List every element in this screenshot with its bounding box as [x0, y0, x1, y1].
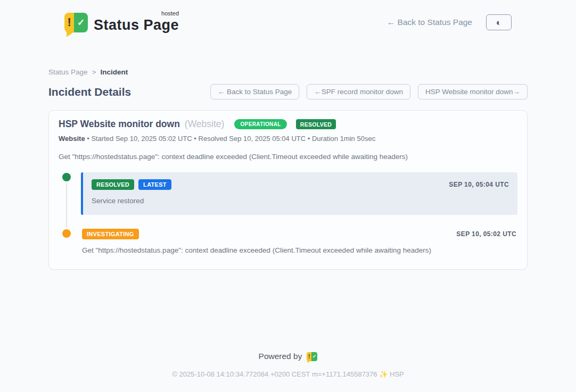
check-icon: ✓: [311, 352, 318, 361]
back-to-status-page-button[interactable]: ← Back to Status Page: [210, 84, 300, 99]
prev-incident-button[interactable]: ←SPF record monitor down: [307, 84, 410, 99]
resolved-state-badge: RESOLVED: [296, 119, 336, 130]
timeline-entry-highlight-box: RESOLVED LATEST SEP 10, 05:04 UTC Servic…: [81, 172, 517, 215]
main-content: Status Page > Incident Incident Details …: [48, 68, 528, 270]
breadcrumb-status-page[interactable]: Status Page: [48, 68, 88, 76]
operational-status-badge: OPERATIONAL: [234, 119, 286, 129]
incident-meta-times: • Started Sep 10, 2025 05:02 UTC • Resol…: [87, 135, 375, 143]
timeline-entry-resolved: RESOLVED LATEST SEP 10, 05:04 UTC Servic…: [81, 172, 517, 215]
header-back-to-status-page-link[interactable]: ← Back to Status Page: [387, 18, 472, 27]
page-title: Incident Details: [48, 86, 131, 98]
status-page-mini-logo-icon: ! ✓: [307, 352, 317, 361]
incident-nav-buttons: ← Back to Status Page ←SPF record monito…: [210, 84, 528, 99]
check-icon: ✓: [74, 13, 88, 32]
half-circle-contrast-icon: ◐: [496, 18, 501, 27]
incident-meta-component: Website: [59, 135, 85, 143]
incident-description: Get "https://hostedstatus.page": context…: [59, 153, 517, 161]
next-incident-button[interactable]: HSP Website monitor down→: [418, 84, 528, 99]
brand-name-label: Status Page: [94, 17, 179, 33]
incident-title-row: HSP Website monitor down (Website) OPERA…: [59, 119, 517, 130]
exclamation-icon: !: [307, 352, 311, 361]
copyright-text: © 2025-10-08 14:10:34.772084 +0200 CEST …: [0, 370, 576, 378]
brand-name: Status Page hosted: [94, 13, 179, 32]
timeline-badges: INVESTIGATING: [82, 229, 139, 239]
breadcrumb: Status Page > Incident: [48, 68, 528, 76]
theme-toggle-button[interactable]: ◐: [486, 14, 512, 30]
header-actions: ← Back to Status Page ◐: [387, 14, 512, 30]
timeline-entry-head: INVESTIGATING SEP 10, 05:02 UTC: [82, 229, 516, 239]
timeline-message: Get "https://hostedstatus.page": context…: [82, 246, 516, 254]
status-page-logo-icon: ! ✓: [64, 13, 88, 32]
timeline-entry-investigating: INVESTIGATING SEP 10, 05:02 UTC Get "htt…: [81, 229, 517, 254]
latest-badge: LATEST: [138, 179, 171, 190]
powered-by-link[interactable]: Powered by ! ✓: [0, 352, 576, 361]
timeline-connector-line: [66, 181, 67, 236]
exclamation-icon: !: [64, 13, 74, 32]
resolved-badge: RESOLVED: [92, 179, 134, 190]
incident-title: HSP Website monitor down: [59, 119, 180, 130]
breadcrumb-incident: Incident: [100, 68, 128, 76]
timeline-timestamp: SEP 10, 05:02 UTC: [456, 230, 516, 238]
app-logo[interactable]: ! ✓ Status Page hosted: [64, 13, 179, 32]
incident-component: (Website): [185, 119, 225, 130]
incident-meta: Website • Started Sep 10, 2025 05:02 UTC…: [59, 135, 517, 143]
incident-card: HSP Website monitor down (Website) OPERA…: [48, 110, 528, 270]
breadcrumb-separator: >: [92, 68, 96, 76]
timeline-entry-head: RESOLVED LATEST SEP 10, 05:04 UTC: [92, 179, 509, 190]
timeline-timestamp: SEP 10, 05:04 UTC: [449, 181, 509, 188]
header: ! ✓ Status Page hosted ← Back to Status …: [48, 7, 528, 37]
powered-by-label: Powered by: [259, 352, 302, 361]
timeline-dot-green: [62, 173, 71, 181]
investigating-badge: INVESTIGATING: [82, 229, 139, 239]
brand-hosted-label: hosted: [161, 11, 179, 16]
footer: Powered by ! ✓ © 2025-10-08 14:10:34.772…: [0, 336, 576, 392]
timeline-entry-plain: INVESTIGATING SEP 10, 05:02 UTC Get "htt…: [81, 229, 517, 254]
timeline-dot-orange: [62, 229, 71, 238]
timeline-message: Service restored: [92, 197, 509, 205]
timeline-badges: RESOLVED LATEST: [92, 179, 171, 190]
incident-timeline: RESOLVED LATEST SEP 10, 05:04 UTC Servic…: [59, 172, 517, 254]
heading-row: Incident Details ← Back to Status Page ←…: [48, 84, 528, 99]
